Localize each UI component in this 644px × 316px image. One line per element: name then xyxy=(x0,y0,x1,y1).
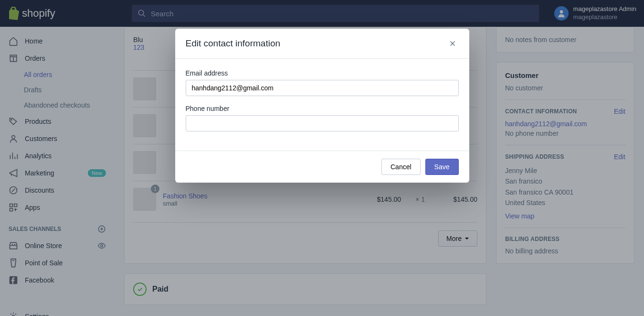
edit-contact-modal: Edit contact information Email address P… xyxy=(175,29,469,183)
email-field[interactable] xyxy=(186,80,459,96)
phone-label: Phone number xyxy=(186,105,459,112)
modal-overlay[interactable]: Edit contact information Email address P… xyxy=(0,0,644,316)
save-button[interactable]: Save xyxy=(425,159,459,175)
modal-title: Edit contact information xyxy=(186,38,281,49)
close-icon xyxy=(448,39,457,48)
close-button[interactable] xyxy=(446,37,459,50)
email-label: Email address xyxy=(186,69,459,77)
cancel-button[interactable]: Cancel xyxy=(381,159,421,175)
phone-field[interactable] xyxy=(186,115,459,131)
